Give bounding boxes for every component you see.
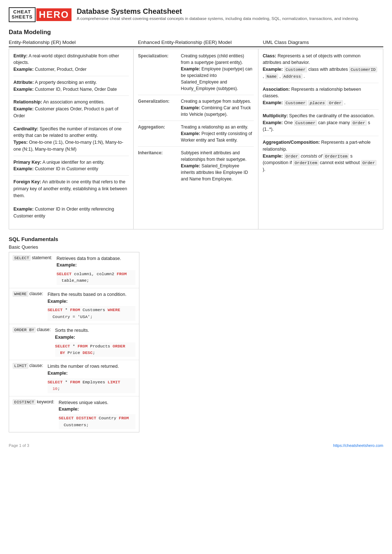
uml-code-places: places bbox=[308, 100, 326, 106]
sql-val-where: Filters the results based on a condition… bbox=[48, 291, 135, 321]
data-modeling-grid: Entity: A real-world object distinguisha… bbox=[9, 49, 383, 229]
eer-generalization: Generalization: Creating a supertype fro… bbox=[138, 98, 253, 121]
sql-row-distinct: DISTINCT keyword: Retrieves unique value… bbox=[9, 396, 139, 432]
sql-code-distinct: SELECT DISTINCT Country FROM Customers; bbox=[59, 414, 135, 429]
eer-specialization: Specialization: Creating subtypes (child… bbox=[138, 53, 253, 95]
uml-class: Class: Represents a set of objects with … bbox=[263, 53, 379, 83]
page-header: CHEAT SHEETS HERO Database Systems Cheat… bbox=[9, 7, 383, 22]
uml-association: Association: Represents a relationship b… bbox=[263, 86, 379, 110]
uml-code-name: Name bbox=[265, 74, 278, 79]
er-entry-foreignkey: Foreign Key: An attribute in one entity … bbox=[13, 179, 129, 223]
col-header-eer: Enhanced Entity-Relationship (EER) Model bbox=[134, 40, 258, 47]
logo-sheets: SHEETS bbox=[12, 15, 33, 20]
sql-key-distinct: DISTINCT keyword: bbox=[13, 399, 54, 429]
uml-multiplicity: Multiplicity: Specifies the cardinality … bbox=[263, 113, 379, 136]
uml-code-orderitem: OrderItem bbox=[323, 154, 349, 159]
page-title: Database Systems Cheatsheet bbox=[77, 7, 359, 16]
uml-code-customer3: Customer bbox=[294, 120, 317, 126]
uml-code-orderitem2: OrderItem bbox=[293, 160, 319, 166]
sql-code-where: SELECT * FROM Customers WHERE Country = … bbox=[48, 306, 135, 321]
column-headers: Entity-Relationship (ER) Model Enhanced … bbox=[9, 40, 383, 47]
sql-row-select: SELECT statement: Retrieves data from a … bbox=[9, 252, 139, 288]
sql-key-where: WHERE clause: bbox=[13, 291, 43, 321]
er-entry-cardinality: Cardinality: Specifies the number of ins… bbox=[13, 126, 129, 156]
er-model-panel: Entity: A real-world object distinguisha… bbox=[9, 49, 134, 229]
sql-code-limit: SELECT * FROM Employees LIMIT 10; bbox=[48, 378, 135, 393]
sql-row-orderby: ORDER BY clause: Sorts the results. Exam… bbox=[9, 324, 139, 360]
sql-val-orderby: Sorts the results. Example: SELECT * FRO… bbox=[55, 327, 135, 357]
sql-key-select: SELECT statement: bbox=[13, 255, 52, 285]
eer-aggregation: Aggregation: Treating a relationship as … bbox=[138, 124, 253, 147]
sql-val-distinct: Retrieves unique values. Example: SELECT… bbox=[59, 399, 135, 429]
eer-inheritance: Inheritance: Subtypes inherit attributes… bbox=[138, 150, 253, 185]
er-entry-entity: Entity: A real-world object distinguisha… bbox=[13, 53, 129, 76]
sql-val-select: Retrieves data from a database. Example:… bbox=[57, 255, 135, 285]
section-data-modeling: Data Modeling bbox=[9, 29, 383, 36]
er-entry-primarykey: Primary Key: A unique identifier for an … bbox=[13, 159, 129, 176]
section-sql-fundamentals: SQL Fundamentals bbox=[9, 236, 383, 242]
sql-row-where: WHERE clause: Filters the results based … bbox=[9, 288, 139, 324]
col-header-er: Entity-Relationship (ER) Model bbox=[9, 40, 134, 47]
logo-cheat: CHEAT bbox=[13, 9, 31, 15]
sql-key-orderby: ORDER BY clause: bbox=[13, 327, 51, 357]
footer-url[interactable]: https://cheatsheetshero.com bbox=[333, 443, 383, 448]
sql-code-orderby: SELECT * FROM Products ORDER BY Price DE… bbox=[55, 342, 135, 357]
eer-model-panel: Specialization: Creating subtypes (child… bbox=[134, 49, 258, 229]
page-subtitle: A comprehensive cheat sheet covering ess… bbox=[77, 16, 359, 21]
uml-code-address: Address bbox=[282, 74, 302, 79]
uml-code-customer2: Customer bbox=[284, 100, 307, 106]
sql-val-limit: Limits the number of rows returned. Exam… bbox=[48, 363, 135, 393]
uml-code-order3: Order bbox=[284, 154, 300, 159]
col-header-uml: UML Class Diagrams bbox=[258, 40, 383, 47]
sql-row-limit: LIMIT clause: Limits the number of rows … bbox=[9, 360, 139, 396]
data-modeling-section: Data Modeling Entity-Relationship (ER) M… bbox=[9, 29, 383, 229]
uml-code-order4: Order bbox=[361, 160, 377, 166]
logo: CHEAT SHEETS HERO bbox=[9, 7, 72, 22]
uml-aggregation-composition: Aggregation/Composition: Represents a pa… bbox=[263, 139, 379, 176]
sql-key-limit: LIMIT clause: bbox=[13, 363, 43, 393]
sql-fundamentals-section: SQL Fundamentals Basic Queries SELECT st… bbox=[9, 236, 383, 432]
er-entry-attribute: Attribute: A property describing an enti… bbox=[13, 79, 129, 96]
sql-basic-queries-table: SELECT statement: Retrieves data from a … bbox=[9, 252, 139, 432]
page-number: Page 1 of 3 bbox=[9, 443, 29, 448]
uml-code-customer: Customer bbox=[284, 67, 307, 72]
sql-code-select: SELECT column1, column2 FROM table_name; bbox=[57, 270, 135, 285]
page-footer: Page 1 of 3 https://cheatsheetshero.com bbox=[9, 443, 383, 448]
logo-hero: HERO bbox=[36, 8, 72, 21]
er-entry-relationship: Relationship: An association among entit… bbox=[13, 99, 129, 122]
uml-code-order2: Order bbox=[351, 120, 367, 126]
header-title-block: Database Systems Cheatsheet A comprehens… bbox=[77, 7, 359, 21]
uml-code-customerid: CustomerID bbox=[349, 67, 377, 72]
sql-basic-queries-title: Basic Queries bbox=[9, 244, 383, 250]
uml-panel: Class: Represents a set of objects with … bbox=[258, 49, 383, 229]
uml-code-order: Order bbox=[327, 100, 343, 106]
